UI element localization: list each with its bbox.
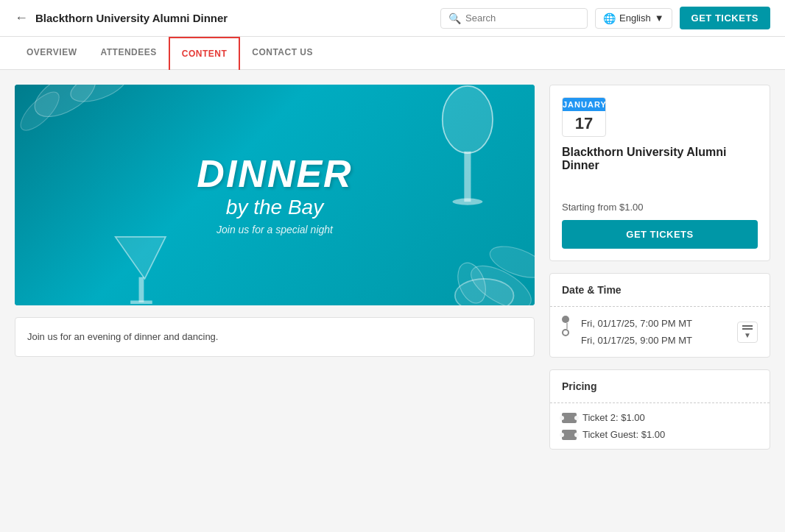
pricing-item-1: Ticket 2: $1.00 [562,412,758,423]
banner-tagline: Join us for a special night [197,224,352,235]
event-card-title: Blackthorn University Alumni Dinner [550,137,770,202]
chevron-down-icon: ▼ [655,13,664,24]
svg-rect-9 [139,277,144,302]
event-banner: DINNER by the Bay Join us for a special … [15,85,535,305]
svg-point-0 [443,86,493,153]
main-content: DINNER by the Bay Join us for a special … [0,70,785,476]
date-badge: JANUARY 17 [562,97,606,137]
starting-price: Starting from $1.00 [550,202,770,220]
pricing-item-2: Ticket Guest: $1.00 [562,429,758,440]
globe-icon: 🌐 [603,13,616,24]
search-icon: 🔍 [448,13,461,24]
search-box: 🔍 [440,8,588,29]
date-badge-area: JANUARY 17 [550,85,770,137]
header-get-tickets-button[interactable]: GET TICKETS [680,7,770,29]
svg-rect-1 [464,152,471,202]
end-time-text: Fri, 01/17/25, 9:00 PM MT [581,335,692,346]
date-day: 17 [563,111,605,136]
header-left: ← Blackthorn University Alumni Dinner [15,10,429,26]
ticket-icon-2 [562,430,577,440]
ticket-icon-1 [562,413,577,423]
banner-text: DINNER by the Bay Join us for a special … [197,155,352,235]
expand-icon-line2 [742,328,753,330]
search-input[interactable] [465,13,568,24]
date-month: JANUARY [563,98,605,111]
datetime-card: Date & Time Fri, 01/17/25, 7:00 PM MT [549,273,770,358]
tab-attendees[interactable]: ATTENDEES [88,37,168,69]
description-text: Join us for an evening of dinner and dan… [27,330,522,344]
end-time-item: Fri, 01/17/25, 9:00 PM MT [581,333,692,348]
back-icon: ← [15,10,28,26]
page-title: Blackthorn University Alumni Dinner [35,12,228,24]
datetime-row: Fri, 01/17/25, 7:00 PM MT Fri, 01/17/25,… [562,316,758,348]
datetime-lines: Fri, 01/17/25, 7:00 PM MT Fri, 01/17/25,… [581,316,692,348]
datetime-header: Date & Time [550,274,770,307]
connector-line [566,323,568,329]
pricing-label-1: Ticket 2: $1.00 [582,412,645,423]
datetime-icons [562,316,569,336]
pricing-list: Ticket 2: $1.00 Ticket Guest: $1.00 [550,403,770,449]
end-dot-icon [562,329,569,336]
tab-overview[interactable]: OVERVIEW [15,37,88,69]
event-card: JANUARY 17 Blackthorn University Alumni … [549,85,770,261]
header-right: 🔍 🌐 English ▼ GET TICKETS [440,7,770,29]
start-time-text: Fri, 01/17/25, 7:00 PM MT [581,318,692,329]
expand-datetime-button[interactable]: ▼ [737,322,758,343]
pricing-header: Pricing [550,370,770,403]
svg-marker-8 [116,237,166,279]
header: ← Blackthorn University Alumni Dinner 🔍 … [0,0,785,37]
language-label: English [619,13,651,24]
right-column: JANUARY 17 Blackthorn University Alumni … [549,85,770,461]
start-dot-icon [562,316,569,323]
banner-main-title: DINNER [197,155,352,193]
tab-content[interactable]: CONTENT [169,37,241,70]
get-tickets-main-button[interactable]: GET TICKETS [562,220,758,249]
datetime-body: Fri, 01/17/25, 7:00 PM MT Fri, 01/17/25,… [550,307,770,357]
start-time-item: Fri, 01/17/25, 7:00 PM MT [581,316,692,331]
svg-point-2 [452,199,482,205]
banner-subtitle: by the Bay [197,196,352,219]
tab-contact-us[interactable]: CONTACT US [240,37,325,69]
left-column: DINNER by the Bay Join us for a special … [15,85,535,357]
datetime-content: Fri, 01/17/25, 7:00 PM MT Fri, 01/17/25,… [562,316,692,348]
nav-tabs: OVERVIEW ATTENDEES CONTENT CONTACT US [0,37,785,70]
back-button[interactable]: ← [15,10,28,26]
expand-icon-line1 [742,325,753,327]
svg-rect-10 [130,300,152,304]
description-box: Join us for an evening of dinner and dan… [15,317,535,357]
chevron-down-icon: ▼ [744,331,751,339]
language-selector[interactable]: 🌐 English ▼ [595,8,672,29]
pricing-card: Pricing Ticket 2: $1.00 Ticket Guest: $1… [549,369,770,450]
pricing-label-2: Ticket Guest: $1.00 [582,429,665,440]
